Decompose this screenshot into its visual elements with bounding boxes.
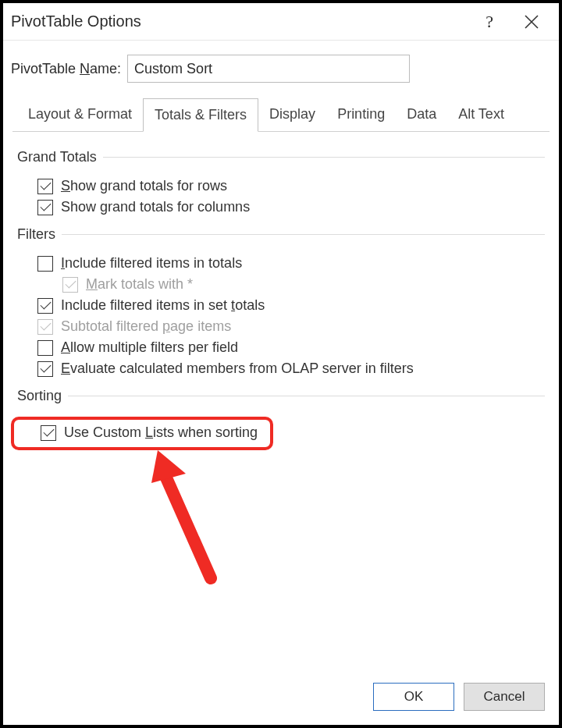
checkbox-evaluate-olap-members[interactable]: Evaluate calculated members from OLAP se…: [37, 360, 545, 377]
tab-printing[interactable]: Printing: [326, 98, 396, 132]
check-icon: [37, 340, 53, 356]
checkbox-show-grand-totals-rows[interactable]: Show grand totals for rows: [37, 178, 545, 194]
tab-data[interactable]: Data: [396, 98, 447, 132]
check-icon: [62, 277, 78, 293]
checkbox-use-custom-lists-sorting[interactable]: Use Custom Lists when sorting: [39, 424, 264, 441]
checkbox-include-filtered-in-totals[interactable]: Include filtered items in totals: [37, 255, 545, 272]
check-icon: [37, 361, 53, 377]
tab-strip: Layout & Format Totals & Filters Display…: [3, 98, 559, 132]
check-icon: [37, 319, 53, 335]
pivot-name-input[interactable]: [127, 55, 410, 83]
group-grand-totals: Grand Totals: [17, 149, 545, 165]
tab-display[interactable]: Display: [258, 98, 326, 132]
check-icon: [41, 425, 56, 441]
dialog-title: PivotTable Options: [11, 12, 141, 30]
cancel-button[interactable]: Cancel: [464, 683, 545, 711]
annotation-arrow: [17, 450, 545, 583]
close-icon[interactable]: [514, 15, 550, 29]
check-icon: [37, 179, 53, 194]
check-icon: [37, 298, 53, 314]
ok-button[interactable]: OK: [373, 683, 454, 711]
pivot-name-label: PivotTable Name:: [11, 61, 121, 77]
check-icon: [37, 256, 53, 272]
help-icon[interactable]: ?: [465, 12, 514, 32]
checkbox-include-filtered-in-set-totals[interactable]: Include filtered items in set totals: [37, 297, 545, 314]
check-icon: [37, 200, 53, 215]
tab-totals-filters[interactable]: Totals & Filters: [143, 98, 258, 132]
tab-panel-totals-filters: Grand Totals Show grand totals for rows …: [3, 132, 559, 678]
svg-marker-0: [151, 450, 186, 483]
checkbox-show-grand-totals-columns[interactable]: Show grand totals for columns: [37, 199, 545, 215]
group-sorting: Sorting: [17, 388, 545, 404]
tab-alt-text[interactable]: Alt Text: [447, 98, 515, 132]
tab-layout-format[interactable]: Layout & Format: [17, 98, 143, 132]
checkbox-mark-totals-asterisk: Mark totals with *: [62, 276, 545, 293]
checkbox-subtotal-filtered-page-items: Subtotal filtered page items: [37, 318, 545, 335]
title-bar: PivotTable Options ?: [3, 3, 559, 41]
group-filters: Filters: [17, 226, 545, 243]
checkbox-allow-multiple-filters[interactable]: Allow multiple filters per field: [37, 339, 545, 356]
